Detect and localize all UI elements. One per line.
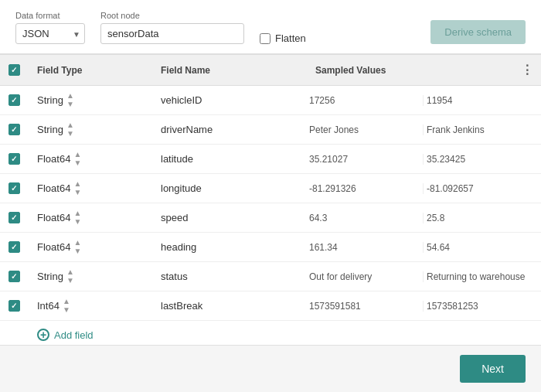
table-row: Int64 ▲▼ lastBreak 1573591581 1573581253: [0, 291, 541, 321]
field-type-value-1: String: [37, 124, 63, 135]
row-checkbox-cell: [0, 118, 28, 141]
header-checkbox[interactable]: [9, 64, 20, 76]
row-field-name-6[interactable]: status: [151, 264, 306, 288]
field-name-value-7: lastBreak: [161, 300, 202, 312]
row-checkbox-4[interactable]: [9, 212, 20, 223]
row-checkbox-7[interactable]: [9, 300, 20, 312]
row-field-type-3: Float64 ▲▼: [28, 174, 151, 203]
row-field-name-2[interactable]: latitude: [151, 147, 306, 171]
sort-arrows-icon-6[interactable]: ▲▼: [66, 268, 74, 285]
sort-arrows-icon-5[interactable]: ▲▼: [73, 239, 81, 255]
table-row: Float64 ▲▼ speed 64.3 25.8: [0, 203, 541, 233]
row-checkbox-cell: [0, 264, 28, 288]
derive-schema-button[interactable]: Derive schema: [430, 20, 526, 44]
table-row: Float64 ▲▼ heading 161.34 54.64: [0, 233, 541, 262]
row-field-name-3[interactable]: longitude: [151, 176, 306, 200]
row-checkbox-cell: [0, 147, 28, 171]
row-field-name-7[interactable]: lastBreak: [151, 294, 306, 318]
row-checkbox-cell: [0, 206, 28, 230]
row-field-name-4[interactable]: speed: [151, 206, 306, 230]
flatten-group: Flatten: [260, 32, 306, 44]
footer: Next: [0, 345, 541, 392]
sort-arrows-icon-2[interactable]: ▲▼: [73, 151, 81, 167]
table-row: String ▲▼ status Out for delivery Return…: [0, 262, 541, 291]
root-node-label: Root node: [100, 11, 244, 20]
row-sampled-values-0: 17256 11954: [306, 95, 541, 106]
add-field-plus-icon: +: [37, 329, 49, 341]
flatten-label: Flatten: [275, 32, 306, 44]
row-checkbox-1[interactable]: [9, 124, 20, 135]
sampled-val1-6: Out for delivery: [306, 271, 424, 282]
sort-arrows-icon-4[interactable]: ▲▼: [73, 210, 81, 226]
field-name-value-4: speed: [161, 212, 188, 223]
field-name-value-5: heading: [161, 241, 196, 253]
row-checkbox-cell: [0, 88, 28, 112]
sort-arrows-icon-7[interactable]: ▲▼: [63, 298, 70, 314]
row-checkbox-3[interactable]: [9, 182, 20, 194]
root-node-group: Root node: [100, 11, 244, 44]
field-type-value-5: Float64: [37, 241, 70, 253]
row-field-type-1: String ▲▼: [28, 115, 151, 144]
field-type-value-7: Int64: [37, 300, 60, 312]
field-name-value-2: latitude: [161, 153, 193, 165]
row-checkbox-0[interactable]: [9, 94, 20, 106]
sampled-val2-7: 1573581253: [424, 301, 541, 312]
sampled-val1-0: 17256: [306, 95, 424, 106]
row-checkbox-2[interactable]: [9, 153, 20, 165]
table-header-row: Field Type Field Name Sampled Values ⋮: [0, 54, 541, 86]
field-name-header: Field Name: [151, 55, 306, 85]
field-type-value-6: String: [37, 271, 63, 282]
field-name-value-1: driverName: [161, 124, 213, 135]
row-field-name-1[interactable]: driverName: [151, 118, 306, 141]
row-field-name-0[interactable]: vehicleID: [151, 88, 306, 112]
sampled-val1-2: 35.21027: [306, 154, 424, 165]
sort-arrows-icon-3[interactable]: ▲▼: [73, 180, 81, 196]
row-sampled-values-3: -81.291326 -81.092657: [306, 183, 541, 194]
row-field-type-4: Float64 ▲▼: [28, 203, 151, 232]
sampled-val2-6: Returning to warehouse: [424, 271, 541, 282]
sampled-val2-2: 35.23425: [424, 154, 541, 165]
field-name-value-3: longitude: [161, 182, 202, 194]
field-type-value-2: Float64: [37, 153, 70, 165]
sampled-val1-7: 1573591581: [306, 301, 424, 312]
schema-table: Field Type Field Name Sampled Values ⋮ S…: [0, 54, 541, 345]
sampled-val2-5: 54.64: [424, 242, 541, 253]
sampled-val1-3: -81.291326: [306, 183, 424, 194]
field-type-value-0: String: [37, 94, 63, 106]
sort-arrows-icon-1[interactable]: ▲▼: [66, 121, 74, 138]
more-options-icon[interactable]: ⋮: [521, 63, 533, 77]
header-checkbox-col: [0, 55, 28, 85]
sampled-val1-1: Peter Jones: [306, 124, 424, 135]
sort-arrows-icon-0[interactable]: ▲▼: [66, 92, 74, 108]
data-format-select-wrapper: JSON XML CSV Avro ▼: [15, 23, 85, 44]
table-row: String ▲▼ driverName Peter Jones Frank J…: [0, 115, 541, 145]
field-name-value-6: status: [161, 271, 188, 282]
root-node-input[interactable]: [100, 23, 244, 44]
row-checkbox-cell: [0, 294, 28, 318]
row-field-type-6: String ▲▼: [28, 262, 151, 291]
add-field-row[interactable]: + Add field: [0, 321, 541, 345]
table-row: Float64 ▲▼ latitude 35.21027 35.23425: [0, 145, 541, 174]
sampled-values-label: Sampled Values: [315, 65, 386, 76]
next-button[interactable]: Next: [460, 355, 526, 383]
table-body: String ▲▼ vehicleID 17256 11954 String ▲…: [0, 86, 541, 321]
sampled-values-header: Sampled Values ⋮: [306, 55, 541, 85]
row-sampled-values-7: 1573591581 1573581253: [306, 301, 541, 312]
row-sampled-values-2: 35.21027 35.23425: [306, 154, 541, 165]
field-name-value-0: vehicleID: [161, 94, 202, 106]
row-field-type-5: Float64 ▲▼: [28, 233, 151, 261]
row-field-name-5[interactable]: heading: [151, 235, 306, 259]
row-checkbox-cell: [0, 235, 28, 259]
row-checkbox-cell: [0, 176, 28, 200]
field-type-value-3: Float64: [37, 182, 70, 194]
row-sampled-values-6: Out for delivery Returning to warehouse: [306, 271, 541, 282]
data-format-label: Data format: [15, 11, 85, 20]
flatten-checkbox[interactable]: [260, 33, 270, 44]
add-field-label: Add field: [54, 329, 94, 341]
data-format-select[interactable]: JSON XML CSV Avro: [15, 23, 85, 44]
row-checkbox-6[interactable]: [9, 271, 20, 282]
row-field-type-2: Float64 ▲▼: [28, 145, 151, 173]
row-checkbox-5[interactable]: [9, 241, 20, 253]
top-bar: Data format JSON XML CSV Avro ▼ Root nod…: [0, 0, 541, 54]
sampled-val1-5: 161.34: [306, 242, 424, 253]
